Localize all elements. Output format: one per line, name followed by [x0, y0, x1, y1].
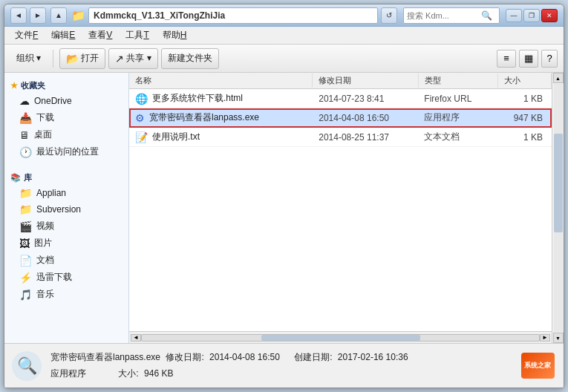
scroll-left-button[interactable]: ◄	[131, 334, 141, 342]
status-create-date: 2017-02-16 10:36	[338, 352, 408, 362]
thunder-icon: ⚡	[19, 272, 32, 284]
status-create-date-spacer: 创建日期:	[294, 352, 332, 362]
pictures-label: 图片	[34, 237, 52, 249]
desktop-label: 桌面	[34, 128, 52, 141]
brand-text: 系统之家	[524, 361, 551, 370]
menu-file[interactable]: 文件F	[9, 27, 44, 43]
file-date-exe: 2014-04-08 16:50	[313, 113, 418, 123]
file-date-txt: 2014-08-25 11:37	[313, 132, 418, 143]
menu-edit-label: 编辑E	[51, 30, 75, 40]
sidebar-item-pictures[interactable]: 🖼 图片	[4, 235, 128, 252]
sidebar: ★ 收藏夹 ☁ OneDrive 📥 下载 🖥 桌面 🕐 最近访问的位	[4, 73, 129, 343]
scroll-down-button[interactable]: ▼	[553, 333, 564, 343]
status-modify-date: 2014-04-08 16:50	[209, 352, 280, 362]
forward-button[interactable]: ►	[30, 7, 46, 24]
downloads-label: 下载	[36, 111, 54, 124]
sidebar-header-favorites[interactable]: ★ 收藏夹	[4, 79, 128, 93]
file-size-html: 1 KB	[497, 94, 552, 104]
col-header-type[interactable]: 类型	[419, 74, 498, 88]
sidebar-item-music[interactable]: 🎵 音乐	[4, 286, 128, 303]
sidebar-item-desktop[interactable]: 🖥 桌面	[4, 126, 128, 143]
organize-button[interactable]: 组织 ▾	[10, 48, 47, 69]
back-button[interactable]: ◄	[10, 7, 27, 24]
menu-file-label: 文件F	[15, 30, 38, 40]
refresh-button[interactable]: ↺	[381, 7, 397, 24]
view-details-button[interactable]: ▦	[519, 50, 538, 68]
toolbar-separator-1	[53, 50, 53, 68]
search-input[interactable]	[407, 11, 481, 20]
minimize-button[interactable]: —	[506, 9, 522, 22]
desktop-icon: 🖥	[19, 129, 30, 141]
file-list-header: 名称 修改日期 类型 大小	[129, 73, 552, 89]
scroll-right-button[interactable]: ►	[540, 334, 550, 342]
menu-tools[interactable]: 工具T	[120, 27, 154, 43]
col-header-name[interactable]: 名称	[129, 74, 313, 88]
file-row-txt[interactable]: 📝 使用说明.txt 2014-08-25 11:37 文本文档 1 KB	[129, 128, 552, 147]
sidebar-item-downloads[interactable]: 📥 下载	[4, 109, 128, 126]
sidebar-section-favorites: ★ 收藏夹 ☁ OneDrive 📥 下载 🖥 桌面 🕐 最近访问的位	[4, 79, 128, 160]
nav-controls: ◄ ►	[10, 7, 46, 24]
txt-file-icon: 📝	[135, 131, 148, 143]
search-icon[interactable]: 🔍	[481, 10, 492, 21]
recent-label: 最近访问的位置	[36, 146, 99, 158]
pictures-icon: 🖼	[19, 238, 30, 249]
html-file-icon: 🌐	[135, 93, 148, 105]
status-bar: 🔍 宽带密码查看器lanpass.exe 修改日期: 2014-04-08 16…	[4, 343, 564, 388]
col-name-label: 名称	[135, 76, 151, 85]
video-icon: 🎬	[19, 220, 32, 232]
video-label: 视频	[36, 220, 54, 232]
col-header-size[interactable]: 大小	[498, 74, 552, 88]
close-icon: ✕	[546, 12, 552, 19]
scroll-thumb[interactable]	[261, 335, 420, 341]
onedrive-icon: ☁	[19, 95, 30, 107]
music-label: 音乐	[36, 288, 54, 301]
scroll-up-button[interactable]: ▲	[553, 73, 564, 83]
restore-icon: ❐	[529, 12, 535, 19]
file-size-txt: 1 KB	[497, 132, 552, 143]
status-file-icon: 🔍	[12, 351, 42, 381]
new-folder-button[interactable]: 新建文件夹	[161, 48, 219, 69]
sidebar-item-subversion[interactable]: 📁 Subversion	[4, 201, 128, 218]
vertical-scrollbar[interactable]: ▲ ▼	[552, 73, 564, 343]
close-button[interactable]: ✕	[541, 9, 558, 22]
sidebar-item-onedrive[interactable]: ☁ OneDrive	[4, 93, 128, 109]
download-icon: 📥	[19, 112, 32, 124]
sidebar-header-library[interactable]: 📚 库	[4, 171, 128, 185]
recent-icon: 🕐	[19, 146, 32, 158]
up-button[interactable]: ▲	[50, 7, 67, 24]
thunder-label: 迅雷下载	[36, 271, 72, 284]
sidebar-item-thunder[interactable]: ⚡ 迅雷下载	[4, 269, 128, 286]
search-box[interactable]: 🔍	[403, 7, 500, 24]
file-size-exe: 947 KB	[497, 113, 552, 123]
forward-icon: ►	[34, 11, 42, 19]
sidebar-item-recent[interactable]: 🕐 最近访问的位置	[4, 143, 128, 160]
documents-label: 文档	[36, 254, 54, 267]
share-button[interactable]: ↗ 共享 ▾	[108, 48, 157, 69]
menu-view[interactable]: 查看V	[82, 27, 118, 43]
sidebar-item-video[interactable]: 🎬 视频	[4, 218, 128, 235]
address-bar[interactable]: Kdmmckq_V1.31_XiTongZhiJia	[88, 7, 378, 24]
v-scroll-track[interactable]	[554, 84, 563, 332]
refresh-icon: ↺	[386, 11, 392, 19]
sidebar-section-library: 📚 库 📁 Applian 📁 Subversion 🎬 视频 🖼	[4, 171, 128, 303]
sidebar-item-applian[interactable]: 📁 Applian	[4, 185, 128, 201]
file-row-exe[interactable]: ⚙ 宽带密码查看器lanpass.exe 2014-04-08 16:50 应用…	[129, 108, 552, 128]
file-row-html[interactable]: 🌐 更多系统软件下载.html 2014-07-23 8:41 Firefox …	[129, 89, 552, 108]
col-header-date[interactable]: 修改日期	[313, 74, 418, 88]
status-modify-date-label: 修改日期:	[166, 352, 203, 362]
scroll-track[interactable]	[141, 334, 540, 342]
menu-edit[interactable]: 编辑E	[45, 27, 81, 43]
v-scroll-thumb[interactable]	[554, 134, 563, 233]
restore-button[interactable]: ❐	[523, 9, 540, 22]
file-type-html: Firefox URL	[418, 94, 497, 104]
view-list-icon: ≡	[503, 53, 509, 64]
menu-help[interactable]: 帮助H	[157, 27, 193, 43]
status-icon-symbol: 🔍	[17, 356, 37, 376]
sidebar-item-documents[interactable]: 📄 文档	[4, 252, 128, 269]
view-list-button[interactable]: ≡	[497, 50, 516, 68]
status-line2: 应用程序 大小: 946 KB	[50, 367, 510, 381]
horizontal-scrollbar[interactable]: ◄ ►	[129, 331, 552, 343]
help-button[interactable]: ?	[541, 50, 558, 68]
open-button[interactable]: 📂 打开	[59, 48, 105, 69]
new-folder-label: 新建文件夹	[168, 52, 212, 65]
